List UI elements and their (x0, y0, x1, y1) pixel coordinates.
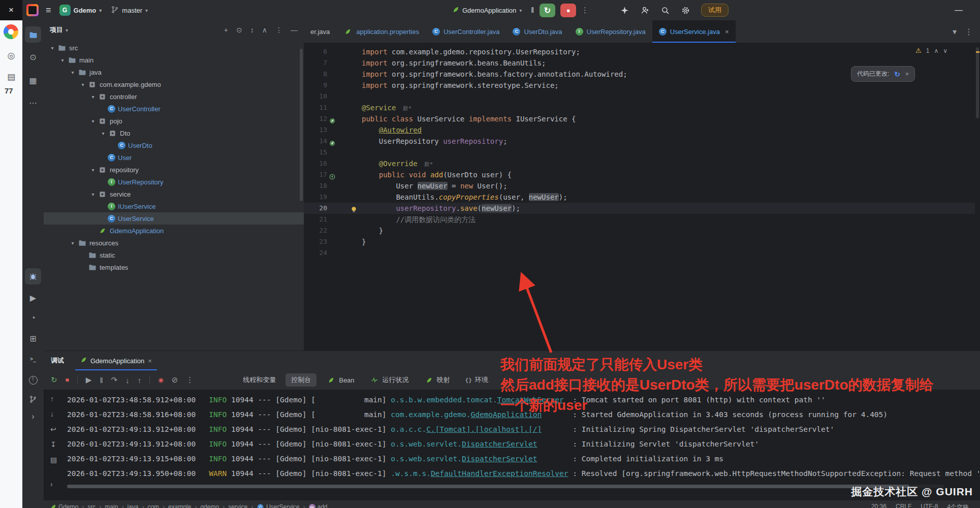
breadcrumb-item-example[interactable]: example (168, 503, 191, 508)
breadcrumb-item-add[interactable]: madd (309, 503, 328, 508)
code-line[interactable]: 13 @Autowired (304, 124, 975, 136)
step-over-button[interactable]: ↷ (111, 375, 118, 385)
warning-stripe-mark[interactable] (976, 51, 979, 53)
console-class-link[interactable]: DispatcherServlet (462, 455, 537, 463)
colorful-app-icon[interactable] (4, 24, 18, 39)
tree-item-resources[interactable]: ▾resources (44, 237, 304, 249)
rerun-debug-button[interactable]: ↻ (51, 375, 57, 385)
tree-item-controller[interactable]: ▾controller (44, 90, 304, 103)
debug-view-tab-线程和变量[interactable]: 线程和变量 (237, 373, 281, 387)
more-tool-windows-button[interactable]: ⋯ (25, 94, 41, 111)
project-panel-title[interactable]: 项目 (50, 25, 63, 35)
code-line[interactable]: 21 //调用数据访问类的方法 (304, 214, 975, 225)
step-into-button[interactable]: ↓ (125, 376, 130, 385)
overlay-tool-icon-1[interactable]: ◎ (5, 49, 18, 62)
console-class-link[interactable]: C.[Tomcat].[localhost].[/] (426, 425, 542, 433)
view-breakpoints-button[interactable]: ◉ (158, 376, 163, 384)
mute-breakpoints-button[interactable]: ⊘ (172, 375, 178, 385)
debug-tool-button[interactable] (25, 268, 41, 284)
status-item-4个空格[interactable]: 4个空格 (947, 503, 969, 508)
stop-button[interactable]: ■ (560, 4, 576, 17)
ai-assistant-icon[interactable] (620, 6, 629, 15)
tree-item-userrepository[interactable]: IUserRepository (44, 176, 304, 188)
reload-icon[interactable]: ↻ (894, 70, 900, 78)
code-line[interactable]: 19 BeanUtils.copyProperties(user, newUse… (304, 192, 975, 203)
gear-icon[interactable] (681, 6, 690, 15)
rerun-button[interactable]: ↻ (540, 4, 555, 17)
tree-item-gdemoapplication[interactable]: GdemoApplication (44, 225, 304, 237)
tree-item-templates[interactable]: templates (44, 261, 304, 273)
tree-chevron-icon[interactable]: ▾ (88, 192, 98, 197)
overlay-tool-icon-2[interactable]: ▤ (5, 70, 18, 83)
prev-problem-button[interactable]: ∧ (934, 47, 938, 54)
debug-view-tab-运行状况[interactable]: 运行状况 (364, 373, 415, 387)
debug-view-tab-bean[interactable]: Bean (321, 374, 360, 386)
debug-session-tab[interactable]: GdemoApplication × (75, 351, 157, 370)
tree-chevron-icon[interactable]: ▾ (99, 131, 108, 136)
breadcrumb-item-src[interactable]: src (87, 503, 96, 508)
tree-item-userdto[interactable]: CUserDto (44, 139, 304, 151)
code-line[interactable]: 17 public void add(UserDto user) { (304, 169, 975, 180)
services-tool-button[interactable]: ⊞ (25, 330, 41, 346)
tree-item-iuserservice[interactable]: IIUserService (44, 200, 304, 212)
code-editor[interactable]: 6import com.example.gdemo.repository.Use… (304, 43, 975, 351)
overlay-close-button[interactable]: × (0, 0, 22, 20)
breadcrumb-item-java[interactable]: java (127, 503, 138, 508)
scroll-down-icon[interactable]: ↓ (50, 410, 54, 418)
tree-chevron-icon[interactable]: ▾ (88, 94, 98, 100)
code-line[interactable]: 22 } (304, 225, 975, 236)
project-tool-button[interactable] (25, 26, 41, 43)
console-hscrollbar[interactable] (67, 485, 944, 488)
tree-chevron-icon[interactable]: ▾ (68, 70, 77, 75)
terminal-tool-button[interactable]: >_ (25, 351, 41, 367)
console-class-link[interactable]: DispatcherServlet (462, 440, 537, 448)
console-class-link[interactable]: DefaultHandlerExceptionResolver (431, 469, 568, 478)
breadcrumb-item-main[interactable]: main (105, 503, 118, 508)
tree-chevron-icon[interactable]: ▾ (48, 45, 57, 51)
search-icon[interactable] (660, 6, 670, 15)
stop-debug-button[interactable]: ■ (66, 376, 69, 384)
tree-item-dto[interactable]: ▾Dto (44, 127, 304, 139)
warning-count[interactable]: 1 (926, 47, 930, 54)
tree-chevron-icon[interactable]: ▾ (68, 240, 77, 246)
scrollbar-thumb[interactable] (67, 485, 909, 488)
minimize-button[interactable]: — (949, 0, 969, 20)
scrollbar-thumb[interactable] (976, 47, 979, 118)
status-item-20-36[interactable]: 20:36 (871, 503, 887, 508)
code-line[interactable]: 6import com.example.gdemo.repository.Use… (304, 46, 975, 57)
tree-chevron-icon[interactable]: ▾ (58, 57, 67, 63)
editor-tab-application-properties[interactable]: application.properties (336, 20, 426, 43)
branch-selector[interactable]: master ▾ (111, 6, 148, 15)
tree-chevron-icon[interactable]: ▾ (78, 82, 87, 87)
editor-tab-userdto-java[interactable]: CUserDto.java (506, 20, 568, 43)
run-config-selector[interactable]: GdemoApplication ▾ (452, 6, 522, 15)
tab-options-button[interactable]: ⋮ (965, 27, 973, 37)
collapse-all-button[interactable]: ∧ (262, 26, 267, 34)
tree-item-userservice[interactable]: CUserService (44, 212, 304, 225)
resume-button[interactable]: ▶ (86, 375, 92, 385)
tree-item-com-example-gdemo[interactable]: ▾com.example.gdemo (44, 78, 304, 90)
print-icon[interactable]: ▤ (50, 456, 57, 464)
code-with-me-icon[interactable] (640, 6, 649, 15)
scroll-up-icon[interactable]: ↑ (50, 395, 54, 403)
hide-panel-button[interactable]: — (291, 26, 298, 34)
structure-tool-button[interactable]: ▦ (25, 72, 41, 88)
breadcrumb-item-com[interactable]: com (147, 503, 159, 508)
code-line[interactable]: 16 @Override 新* (304, 158, 975, 169)
editor-tab-userservice-java[interactable]: CUserService.java× (652, 20, 736, 43)
commit-tool-button[interactable]: ⊙ (25, 49, 41, 65)
tab-list-button[interactable]: ▾ (953, 27, 957, 37)
tree-chevron-icon[interactable]: ▾ (88, 167, 98, 173)
step-out-button[interactable]: ↑ (138, 376, 142, 385)
problems-tool-button[interactable]: ! (25, 372, 41, 388)
tree-item-usercontroller[interactable]: CUserController (44, 103, 304, 115)
code-line[interactable]: 24 (304, 247, 975, 259)
locate-file-button[interactable]: ⊙ (236, 26, 242, 34)
expand-all-button[interactable]: ↕ (250, 26, 254, 34)
status-item-crlf[interactable]: CRLF (896, 503, 911, 508)
run-more-button[interactable]: ⋮ (581, 6, 589, 15)
close-tab-icon[interactable]: × (725, 28, 729, 36)
close-tab-icon[interactable]: × (148, 357, 152, 365)
tree-chevron-icon[interactable]: ▾ (88, 118, 98, 124)
tree-item-src[interactable]: ▾src (44, 42, 304, 54)
